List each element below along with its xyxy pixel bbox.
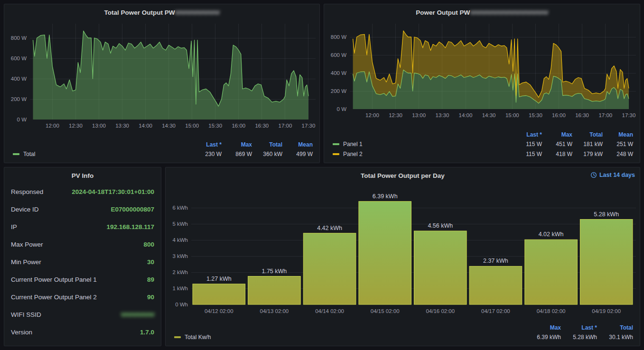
x-tick-label: 04/16 02:00: [426, 308, 455, 314]
pv-info-row-current-power-output-panel-2: Current Power Output Panel 290: [8, 288, 157, 306]
pv-info-value: 800: [143, 241, 154, 248]
total-power-time-series-plot[interactable]: 12:0012:3013:0013:3014:0014:3015:0015:30…: [8, 19, 316, 133]
legend-header-row: MaxLast *Total: [174, 323, 633, 332]
y-tick-label: 400 W: [331, 70, 346, 76]
pv-info-label: WIFI SSID: [11, 311, 41, 318]
panel-title-total-power[interactable]: Total Power Output PWWWWWWWWW: [8, 8, 316, 19]
series-color-swatch: [13, 153, 19, 155]
legend-per-day: MaxLast *TotalTotal Kw/h6.39 kWh5.28 kWh…: [169, 323, 636, 342]
legend-stat-header-total[interactable]: Total: [597, 324, 633, 331]
clock-icon: [590, 172, 597, 178]
x-tick-label: 13:00: [92, 123, 106, 129]
x-tick-label: 12:00: [365, 112, 379, 118]
bar-value-label: 4.42 kWh: [317, 225, 342, 231]
bar-04-14-02-00[interactable]: [303, 233, 356, 304]
grafana-dashboard: Total Power Output PWWWWWWWWW 12:0012:30…: [0, 0, 644, 350]
panel-title-pv-info[interactable]: PV Info: [8, 171, 157, 182]
panel-title-text: Total Power Output PW: [104, 9, 175, 16]
legend-stat-header-mean[interactable]: Mean: [282, 141, 313, 148]
per-day-bar-plot[interactable]: 0 Wh1 kWh2 kWh3 kWh4 kWh5 kWh6 kWh1.27 k…: [169, 182, 636, 322]
legend-item-total-kw-h[interactable]: Total Kw/h: [174, 334, 211, 341]
x-tick-label: 15:00: [185, 123, 199, 129]
y-tick-label: 5 kWh: [172, 221, 188, 227]
legend-stat-header-total[interactable]: Total: [572, 131, 603, 138]
bar-04-13-02-00[interactable]: [248, 276, 301, 305]
legend-item-panel-2[interactable]: Panel 2: [333, 151, 363, 157]
y-tick-label: 6 kWh: [172, 205, 188, 211]
x-tick-label: 16:00: [552, 112, 566, 118]
legend-stat-header-mean[interactable]: Mean: [603, 131, 633, 138]
bar-04-15-02-00[interactable]: [359, 202, 411, 304]
legend-stat-header-last[interactable]: Last *: [561, 324, 597, 331]
legend-stat-value: 451 W: [542, 141, 572, 147]
panel-title-text: Total Power Output per Day: [361, 172, 445, 179]
legend-stat-value: 251 W: [603, 141, 633, 147]
legend-item-total[interactable]: Total: [13, 151, 35, 157]
x-tick-label: 17:30: [302, 123, 316, 129]
panel-title-per-day[interactable]: Total Power Output per Day: [169, 171, 636, 182]
y-tick-label: 4 kWh: [172, 237, 188, 243]
x-tick-label: 12:30: [69, 123, 83, 129]
power-output-time-series-plot[interactable]: 12:0012:3013:0013:3014:0014:3015:0015:30…: [328, 19, 636, 122]
pv-info-value: 1.7.0: [140, 329, 154, 336]
bar-04-17-02-00[interactable]: [469, 266, 522, 304]
legend-stat-value: 230 W: [191, 151, 222, 157]
pv-info-value: E07000000807: [111, 206, 154, 213]
pv-info-label: Min Power: [11, 258, 41, 266]
bar-04-19-02-00[interactable]: [580, 220, 633, 305]
bar-04-12-02-00[interactable]: [193, 284, 245, 304]
x-tick-label: 12:00: [46, 123, 59, 129]
y-tick-label: 800 W: [331, 34, 346, 40]
legend-stat-header-max[interactable]: Max: [222, 141, 252, 148]
legend-total-power: Last *MaxTotalMeanTotal230 W869 W360 kW4…: [8, 140, 316, 159]
y-tick-label: 1 kWh: [172, 286, 188, 291]
pv-info-row-max-power: Max Power800: [8, 236, 157, 253]
x-tick-label: 16:00: [232, 123, 245, 129]
legend-stat-value: 30.1 kWh: [597, 334, 633, 341]
y-tick-label: 200 W: [331, 88, 346, 94]
legend-stat-header-last[interactable]: Last *: [191, 141, 222, 148]
x-tick-label: 13:30: [115, 123, 129, 129]
pv-info-label: Max Power: [11, 241, 43, 248]
y-tick-label: 0 Wh: [175, 302, 188, 307]
bar-04-18-02-00[interactable]: [525, 239, 578, 304]
legend-stat-header-max[interactable]: Max: [525, 324, 561, 331]
legend-stat-header-total[interactable]: Total: [252, 141, 282, 148]
y-tick-label: 800 W: [11, 35, 27, 41]
panel-title-redacted-text: WWWWWWWW: [175, 9, 220, 16]
legend-stat-header-last[interactable]: Last *: [512, 131, 542, 138]
x-tick-label: 15:30: [529, 112, 542, 118]
panel-pv-info: PV Info Responsed2024-04-18T17:30:01+01:…: [4, 167, 161, 346]
pv-info-row-min-power: Min Power30: [8, 253, 157, 271]
legend-row-total-kw-h: Total Kw/h6.39 kWh5.28 kWh30.1 kWh: [174, 332, 633, 342]
legend-row-total: Total230 W869 W360 kW499 W: [13, 149, 313, 159]
legend-stat-value: 5.28 kWh: [561, 334, 597, 341]
panel-title-power-output[interactable]: Power Output PWWWWWWWWWWWWWWW: [328, 8, 636, 19]
x-tick-label: 15:30: [208, 123, 222, 129]
y-tick-label: 3 kWh: [172, 253, 188, 259]
y-tick-label: 400 W: [11, 76, 27, 82]
pv-info-row-version: Version1.7.0: [8, 323, 157, 341]
bar-04-16-02-00[interactable]: [414, 231, 467, 304]
legend-row-panel-1: Panel 1115 W451 W181 kW251 W: [333, 139, 633, 149]
legend-stat-header-max[interactable]: Max: [542, 131, 572, 138]
x-tick-label: 17:00: [598, 112, 612, 118]
series-area-total[interactable]: [33, 31, 308, 120]
x-tick-label: 14:00: [139, 123, 152, 129]
series-color-swatch: [174, 336, 181, 338]
pv-info-value: 90: [147, 294, 154, 301]
pv-info-label: Current Power Output Panel 1: [11, 276, 97, 283]
legend-item-panel-1[interactable]: Panel 1: [333, 141, 363, 147]
x-tick-label: 13:00: [412, 112, 426, 118]
pv-info-value: WWWWWW: [121, 311, 154, 318]
pv-info-row-device-id: Device IDE07000000807: [8, 201, 157, 218]
legend-stat-value: 248 W: [603, 151, 633, 157]
time-range-link[interactable]: Last 14 days: [590, 172, 635, 178]
y-tick-label: 2 kWh: [172, 269, 188, 275]
legend-stat-value: 179 kW: [572, 151, 603, 157]
bar-value-label: 4.56 kWh: [428, 222, 453, 229]
pv-info-label: Responsed: [11, 188, 43, 195]
x-tick-label: 04/15 02:00: [371, 308, 400, 314]
legend-stat-value: 6.39 kWh: [525, 334, 561, 341]
x-tick-label: 04/17 02:00: [481, 308, 510, 314]
